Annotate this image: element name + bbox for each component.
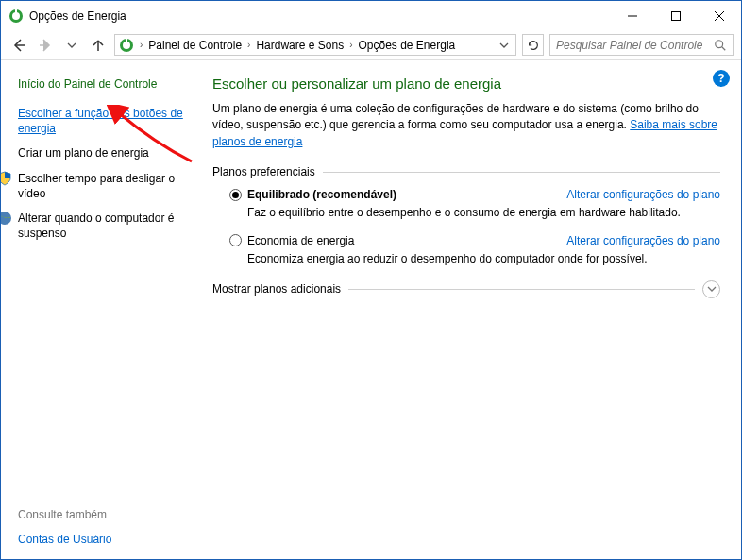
forward-button[interactable] <box>35 35 56 56</box>
address-bar[interactable]: › Painel de Controle › Hardware e Sons ›… <box>114 34 516 56</box>
recent-locations-button[interactable] <box>61 35 82 56</box>
plan-radio-power-saver[interactable] <box>229 234 242 246</box>
plan-edit-link[interactable]: Alterar configurações do plano <box>566 188 720 201</box>
svg-point-12 <box>716 40 723 47</box>
preferred-plans-label: Planos preferenciais <box>212 165 720 178</box>
chevron-right-icon[interactable]: › <box>245 40 252 50</box>
sidebar-link-create-plan[interactable]: Criar um plano de energia <box>18 145 190 161</box>
svg-point-14 <box>0 212 11 225</box>
svg-rect-4 <box>672 11 681 20</box>
shield-icon <box>0 171 12 186</box>
plan-name[interactable]: Equilibrado (recomendável) <box>247 188 396 201</box>
plan-edit-link[interactable]: Alterar configurações do plano <box>566 234 720 247</box>
close-button[interactable] <box>698 1 741 30</box>
sidebar-link-display-off[interactable]: Escolher tempo para desligar o vídeo <box>18 171 190 201</box>
breadcrumb-leaf[interactable]: Opções de Energia <box>358 39 455 52</box>
show-additional-plans[interactable]: Mostrar planos adicionais <box>212 280 720 298</box>
minimize-button[interactable] <box>611 1 654 30</box>
page-heading: Escolher ou personalizar um plano de ene… <box>212 76 720 92</box>
help-button[interactable]: ? <box>713 70 730 87</box>
plan-description: Faz o equilíbrio entre o desempenho e o … <box>247 205 720 221</box>
sidebar-link-power-buttons[interactable]: Escolher a função dos botões de energia <box>18 106 190 136</box>
window-title: Opções de Energia <box>29 9 611 23</box>
svg-rect-2 <box>15 9 17 14</box>
power-options-icon <box>8 8 24 24</box>
see-also-label: Consulte também <box>18 508 190 521</box>
sidebar-link-sleep[interactable]: Alterar quando o computador é suspenso <box>18 211 190 241</box>
content: ? Início do Painel de Controle Escolher … <box>1 60 741 559</box>
search-input[interactable] <box>556 39 714 52</box>
plan-name[interactable]: Economia de energia <box>247 234 354 247</box>
breadcrumb-root[interactable]: Painel de Controle <box>148 39 242 52</box>
chevron-right-icon[interactable]: › <box>347 40 354 50</box>
search-box[interactable] <box>549 34 734 56</box>
see-also-link-accounts[interactable]: Contas de Usuário <box>18 533 190 546</box>
titlebar: Opções de Energia <box>1 1 741 30</box>
sidebar: Início do Painel de Controle Escolher a … <box>1 60 203 559</box>
page-intro: Um plano de energia é uma coleção de con… <box>212 101 720 150</box>
chevron-down-icon[interactable] <box>702 280 720 298</box>
globe-icon <box>0 211 12 226</box>
address-dropdown-button[interactable] <box>497 41 512 50</box>
sidebar-home-link[interactable]: Início do Painel de Controle <box>18 77 190 91</box>
svg-line-13 <box>722 46 726 50</box>
maximize-button[interactable] <box>654 1 698 30</box>
toolbar: › Painel de Controle › Hardware e Sons ›… <box>1 30 741 60</box>
power-options-icon <box>119 38 134 53</box>
plan-power-saver: Economia de energia Alterar configuraçõe… <box>229 234 720 267</box>
plan-balanced: Equilibrado (recomendável) Alterar confi… <box>229 188 720 221</box>
svg-rect-11 <box>126 39 127 43</box>
main-panel: Escolher ou personalizar um plano de ene… <box>203 60 741 559</box>
plan-description: Economiza energia ao reduzir o desempenh… <box>247 251 720 267</box>
up-button[interactable] <box>88 35 109 56</box>
plan-radio-balanced[interactable] <box>229 189 242 201</box>
breadcrumb-mid[interactable]: Hardware e Sons <box>256 39 344 52</box>
back-button[interactable] <box>8 35 29 56</box>
search-icon[interactable] <box>714 39 727 52</box>
refresh-button[interactable] <box>522 34 544 56</box>
chevron-right-icon[interactable]: › <box>138 40 144 50</box>
